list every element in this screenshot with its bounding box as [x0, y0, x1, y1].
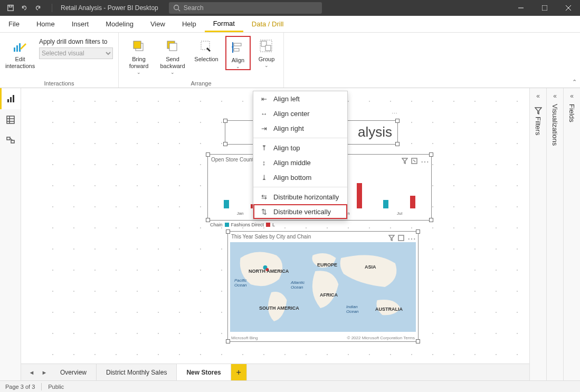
svg-rect-10: [19, 43, 21, 52]
align-middle-item[interactable]: ↕Align middle: [253, 155, 347, 170]
align-right-icon: ⇥: [260, 124, 268, 132]
svg-rect-1: [9, 5, 12, 7]
page-tabs: ◄ ► Overview District Monthly Sales New …: [21, 364, 529, 380]
ribbon-group-interactions: Edit interactions Apply drill down filte…: [0, 33, 119, 88]
selection-label: Selection: [194, 56, 218, 63]
page-tab-district[interactable]: District Monthly Sales: [97, 364, 177, 380]
align-top-label: Align top: [273, 144, 300, 152]
focus-mode-icon[interactable]: [411, 157, 417, 167]
selection-icon: [198, 38, 215, 55]
edit-interactions-label: Edit interactions: [5, 56, 35, 70]
report-view-icon[interactable]: [0, 88, 21, 109]
tab-format[interactable]: Format: [205, 16, 243, 32]
ribbon-group-arrange: Bring forward ⌄ Send backward ⌄ Selectio…: [119, 33, 284, 88]
align-label: Align: [232, 57, 244, 64]
visualizations-pane-collapsed[interactable]: « Visualizations: [546, 88, 563, 380]
selection-button[interactable]: Selection: [192, 36, 221, 63]
align-button[interactable]: Align ⌄: [225, 36, 251, 70]
svg-rect-9: [16, 45, 18, 52]
redo-icon[interactable]: [32, 2, 44, 14]
svg-rect-5: [542, 5, 547, 11]
svg-rect-30: [11, 140, 14, 143]
group-button[interactable]: Group ⌄: [255, 36, 278, 68]
map-attribution-right: © 2022 Microsoft Corporation Terms: [347, 336, 415, 340]
align-bottom-item[interactable]: ⤓Align bottom: [253, 170, 347, 185]
filter-icon[interactable]: [402, 157, 408, 167]
right-panes: « Filters « Visualizations « Fields: [529, 88, 580, 380]
collapse-ribbon-icon[interactable]: ⌃: [572, 79, 577, 85]
distribute-vertically-item[interactable]: ⇅Distribute vertically: [253, 204, 347, 219]
tab-modeling[interactable]: Modeling: [97, 16, 142, 32]
left-view-rail: [0, 88, 21, 380]
page-tab-new-stores[interactable]: New Stores: [177, 364, 231, 380]
align-center-item[interactable]: ↔Align center: [253, 106, 347, 121]
undo-icon[interactable]: [18, 2, 31, 14]
tab-data-drill[interactable]: Data / Drill: [243, 16, 292, 32]
ribbon-group-label-interactions: Interactions: [5, 79, 113, 88]
page-tab-overview[interactable]: Overview: [51, 364, 97, 380]
svg-line-3: [178, 9, 180, 12]
distribute-h-label: Distribute horizontally: [273, 193, 339, 201]
status-sensitivity: Public: [48, 384, 64, 390]
align-right-item[interactable]: ⇥Align right: [253, 121, 347, 136]
align-left-item[interactable]: ⇤Align left: [253, 91, 347, 106]
align-left-icon: ⇤: [260, 94, 268, 103]
tab-file[interactable]: File: [0, 16, 28, 32]
distribute-h-icon: ⇆: [260, 193, 268, 201]
ribbon: Edit interactions Apply drill down filte…: [0, 33, 580, 88]
send-backward-icon: [164, 38, 181, 55]
status-page: Page 3 of 3: [5, 384, 35, 390]
page-nav-prev[interactable]: ◄: [25, 369, 38, 376]
map-body: NORTH AMERICA SOUTH AMERICA EUROPE AFRIC…: [230, 242, 416, 332]
align-icon: [230, 39, 246, 56]
drill-filters-block: Apply drill down filters to Selected vis…: [39, 36, 113, 59]
svg-rect-18: [234, 49, 239, 51]
report-canvas[interactable]: ⇤Align left ↔Align center ⇥Align right ⤒…: [42, 91, 524, 358]
expand-icon: «: [553, 92, 557, 100]
drill-filters-select[interactable]: Selected visual: [39, 47, 113, 59]
align-middle-icon: ↕: [260, 158, 268, 167]
svg-rect-22: [7, 99, 9, 102]
distribute-v-icon: ⇅: [260, 207, 268, 216]
svg-rect-25: [7, 116, 14, 123]
edit-interactions-button[interactable]: Edit interactions: [5, 36, 35, 70]
bring-forward-button[interactable]: Bring forward ⌄: [124, 36, 154, 75]
map-visual[interactable]: ⋯ This Year Sales by City and Chain: [227, 231, 419, 342]
tab-home[interactable]: Home: [28, 16, 63, 32]
close-icon[interactable]: [556, 0, 580, 16]
svg-rect-8: [14, 47, 15, 52]
search-input[interactable]: Search: [169, 2, 322, 14]
distribute-v-label: Distribute vertically: [273, 208, 331, 216]
bring-forward-icon: [130, 38, 147, 55]
filters-pane-collapsed[interactable]: « Filters: [529, 88, 546, 380]
save-icon[interactable]: [4, 2, 17, 14]
minimize-icon[interactable]: [509, 0, 533, 16]
align-dropdown-menu: ⇤Align left ↔Align center ⇥Align right ⤒…: [253, 91, 348, 219]
svg-point-2: [174, 5, 179, 10]
fields-pane-collapsed[interactable]: « Fields: [563, 88, 580, 380]
more-options-icon[interactable]: ⋯: [421, 157, 429, 167]
more-options-icon[interactable]: ⋯: [392, 110, 397, 117]
tab-insert[interactable]: Insert: [63, 16, 98, 32]
maximize-icon[interactable]: [533, 0, 556, 16]
edit-interactions-icon: [12, 38, 28, 55]
send-backward-button[interactable]: Send backward ⌄: [158, 36, 187, 75]
data-view-icon[interactable]: [0, 109, 21, 130]
align-bottom-label: Align bottom: [273, 174, 311, 181]
align-top-item[interactable]: ⤒Align top: [253, 140, 347, 155]
model-view-icon[interactable]: [0, 130, 21, 151]
tab-help[interactable]: Help: [174, 16, 205, 32]
send-backward-label: Send backward: [160, 56, 185, 70]
ribbon-group-label-arrange: Arrange: [124, 79, 278, 88]
page-nav-next[interactable]: ►: [38, 369, 51, 376]
tab-view[interactable]: View: [142, 16, 174, 32]
align-center-label: Align center: [273, 110, 310, 118]
align-right-label: Align right: [273, 125, 304, 132]
distribute-horizontally-item[interactable]: ⇆Distribute horizontally: [253, 189, 347, 204]
visualizations-pane-label: Visualizations: [551, 104, 559, 146]
svg-rect-12: [134, 41, 141, 49]
group-icon: [258, 38, 275, 55]
fields-pane-label: Fields: [568, 104, 576, 122]
expand-icon: «: [570, 92, 574, 100]
add-page-button[interactable]: +: [231, 364, 247, 380]
